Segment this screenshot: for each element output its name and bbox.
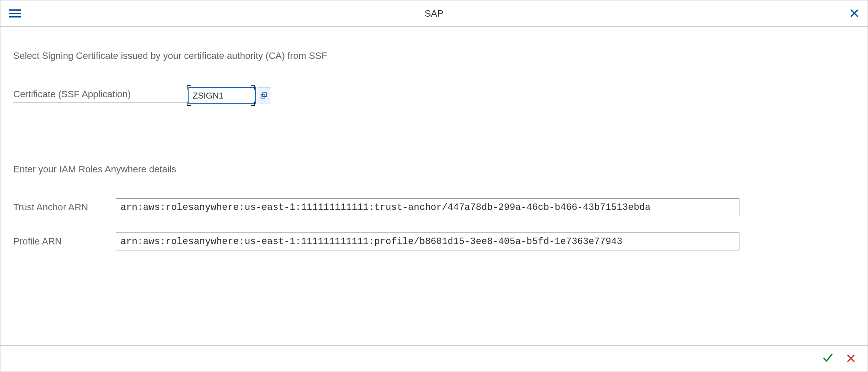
check-icon: [822, 352, 833, 363]
iam-section-text: Enter your IAM Roles Anywhere details: [13, 164, 855, 175]
cancel-button[interactable]: [846, 352, 856, 366]
trust-anchor-input[interactable]: [116, 198, 739, 216]
cert-row: Certificate (SSF Application): [13, 87, 855, 104]
dialog-header: SAP: [0, 0, 868, 27]
cert-input[interactable]: [188, 87, 256, 104]
close-icon[interactable]: [850, 7, 859, 20]
dialog-title: SAP: [425, 8, 443, 19]
menu-icon[interactable]: [9, 9, 21, 17]
value-help-icon: [260, 92, 268, 99]
dialog-footer: [0, 345, 868, 372]
trust-anchor-row: Trust Anchor ARN: [13, 198, 855, 216]
value-help-button[interactable]: [257, 87, 271, 104]
focus-corner: [251, 102, 255, 106]
x-icon: [846, 354, 856, 363]
profile-arn-row: Profile ARN: [13, 232, 855, 250]
profile-arn-label: Profile ARN: [13, 236, 116, 247]
focus-corner: [251, 85, 255, 90]
focus-corner: [187, 85, 191, 90]
profile-arn-input[interactable]: [116, 232, 739, 250]
cert-label: Certificate (SSF Application): [13, 89, 188, 103]
cert-input-wrap: [188, 87, 271, 104]
trust-anchor-label: Trust Anchor ARN: [13, 202, 116, 213]
dialog-content: Select Signing Certificate issued by you…: [0, 27, 868, 345]
sap-dialog: SAP Select Signing Certificate issued by…: [0, 0, 868, 372]
cert-section-text: Select Signing Certificate issued by you…: [13, 50, 855, 61]
confirm-button[interactable]: [822, 352, 833, 366]
focus-corner: [187, 102, 191, 106]
